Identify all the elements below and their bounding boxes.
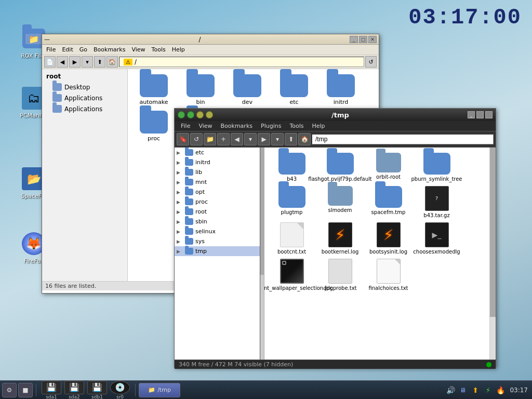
file-icon-automake[interactable]: automake xyxy=(133,74,175,105)
rox-back-btn[interactable]: ◀ xyxy=(57,56,68,68)
sfm-up-btn[interactable]: ⬆ xyxy=(285,133,297,145)
sfm-menu-view[interactable]: View xyxy=(194,122,216,130)
sfm-file-bootcnt[interactable]: bootcnt.txt xyxy=(270,222,314,255)
taskbar-drive-sr0[interactable]: 💿 sr0 xyxy=(110,381,130,400)
sfm-file-plugtmp[interactable]: plugtmp xyxy=(270,186,314,218)
sfm-file-pburn[interactable]: pburn_symlink_tree xyxy=(415,153,459,182)
sfm-maximize-btn[interactable] xyxy=(476,111,484,118)
network-icon[interactable]: 🖥 xyxy=(458,385,468,395)
rox-menu-view[interactable]: View xyxy=(128,45,148,54)
tree-item-tmp[interactable]: ▶ tmp xyxy=(175,246,260,256)
rox-refresh-btn[interactable]: ↺ xyxy=(365,56,377,68)
taskbar-drive-sda2[interactable]: 💾 sda2 xyxy=(64,381,84,400)
sfm-new-folder-btn[interactable]: 📁 xyxy=(204,133,216,145)
orbit-root-folder-icon xyxy=(376,153,401,172)
arrow-icon-proc: ▶ xyxy=(177,200,183,205)
rox-menu-help[interactable]: Help xyxy=(169,45,188,54)
tree-item-root[interactable]: ▶ root xyxy=(175,207,260,217)
rox-forward-btn[interactable]: ▶ xyxy=(69,56,81,68)
rox-close-btn[interactable]: ✕ xyxy=(368,36,377,43)
battery-icon[interactable]: ⚡ xyxy=(483,385,493,395)
sidebar-item-desktop[interactable]: Desktop xyxy=(42,82,127,92)
sfm-file-slmodem[interactable]: slmodem xyxy=(318,186,362,218)
sfm-file-choosesxmode[interactable]: ▶_ choosesxmodedlg xyxy=(415,222,459,255)
sfm-file-ddcprobe[interactable]: ddcprobe.txt xyxy=(318,259,362,291)
sidebar-item-applications-1[interactable]: Applications xyxy=(42,92,127,103)
rox-new-folder-btn[interactable]: 📄 xyxy=(44,56,56,68)
rox-menu-edit[interactable]: Edit xyxy=(59,45,76,54)
volume-icon[interactable]: 🔊 xyxy=(445,385,456,395)
sidebar-desktop-label: Desktop xyxy=(64,84,90,91)
arrow-icon-tmp: ▶ xyxy=(177,249,183,254)
tree-item-proc[interactable]: ▶ proc xyxy=(175,197,260,207)
sfm-forward-btn[interactable]: ▶ xyxy=(258,133,270,145)
file-icon-initrd[interactable]: initrd xyxy=(320,74,362,105)
sfm-file-b43-tar[interactable]: ? b43.tar.gz xyxy=(415,186,459,218)
taskbar-start-btn[interactable]: ⚙ xyxy=(2,383,17,397)
rox-menu-tools[interactable]: Tools xyxy=(149,45,169,54)
proc-tree-label: proc xyxy=(195,198,208,205)
tree-item-opt[interactable]: ▶ opt xyxy=(175,187,260,197)
sfm-file-bootkernel[interactable]: ⚡ bootkernel.log xyxy=(318,222,362,255)
rox-menu-bookmarks[interactable]: Bookmarks xyxy=(90,45,128,54)
rox-maximize-btn[interactable]: □ xyxy=(359,36,367,43)
tree-scrollbar[interactable] xyxy=(260,148,264,360)
rox-up-btn[interactable]: ⬆ xyxy=(94,56,105,68)
sfm-refresh-btn[interactable]: ↺ xyxy=(190,133,203,145)
sfm-menu-file[interactable]: File xyxy=(177,122,194,130)
file-icon-etc[interactable]: etc xyxy=(273,74,315,105)
sfm-file-finalchoices[interactable]: finalchoices.txt xyxy=(366,259,410,291)
sfm-file-spacefm-tmp[interactable]: spacefm.tmp xyxy=(366,186,410,218)
sfm-menu-plugins[interactable]: Plugins xyxy=(257,122,285,130)
rox-win-close[interactable]: — xyxy=(44,36,50,43)
sfm-home-btn[interactable]: 🏠 xyxy=(298,133,311,145)
update-icon[interactable]: ⬆ xyxy=(470,385,481,395)
rox-minimize-btn[interactable]: _ xyxy=(350,36,358,43)
rox-sidebar-root[interactable]: root xyxy=(42,71,127,82)
sfm-back-btn[interactable]: ◀ xyxy=(231,133,243,145)
sidebar-item-applications-2[interactable]: Applications xyxy=(42,103,127,114)
fire-icon[interactable]: 🔥 xyxy=(495,385,506,395)
file-icon-dev[interactable]: dev xyxy=(227,74,268,105)
sfm-file-flashgot[interactable]: flashgot.pvijf79p.default xyxy=(318,153,362,182)
taskbar-task-tmp[interactable]: 📁 /tmp xyxy=(139,383,180,397)
rox-home-btn[interactable]: 🏠 xyxy=(107,56,118,68)
taskbar-desktop-btn[interactable]: ■ xyxy=(18,383,33,397)
tree-item-lib[interactable]: ▶ lib xyxy=(175,167,260,177)
rox-path-text: / xyxy=(135,58,137,65)
b43-tar-label: b43.tar.gz xyxy=(423,212,449,218)
sfm-file-wallpaper[interactable]: current_wallpaper_selection.jpg xyxy=(270,259,314,291)
sfm-menu-help[interactable]: Help xyxy=(308,122,329,130)
rox-window-title: / xyxy=(50,36,350,43)
sr0-drive-icon: 💿 xyxy=(110,381,130,394)
sfm-history-btn[interactable]: ▾ xyxy=(244,133,257,145)
rox-history-btn[interactable]: ▾ xyxy=(82,56,93,68)
sfm-path-input[interactable] xyxy=(312,134,494,144)
sfm-file-bootsysinit[interactable]: ⚡ bootsysinit.log xyxy=(366,222,410,255)
spacefm-titlebar: /tmp _ xyxy=(175,109,496,121)
tree-item-sbin[interactable]: ▶ sbin xyxy=(175,217,260,227)
file-icon-bin[interactable]: bin xyxy=(180,74,221,105)
file-icon-proc[interactable]: proc xyxy=(133,111,175,142)
bin-folder-icon xyxy=(187,74,215,97)
sfm-menu-bookmarks[interactable]: Bookmarks xyxy=(217,122,257,130)
sfm-file-orbit-root[interactable]: orbit-root xyxy=(366,153,410,182)
tree-item-selinux[interactable]: ▶ selinux xyxy=(175,227,260,236)
sfm-bookmark-btn[interactable]: 🔖 xyxy=(177,133,189,145)
spacefm-status-bar: 340 M free / 472 M 74 visible (7 hidden) xyxy=(175,360,496,369)
taskbar-drive-sda1[interactable]: 💾 sda1 xyxy=(42,381,61,400)
taskbar-drive-sdb1[interactable]: 💾 sdb1 xyxy=(87,381,107,400)
sfm-add-btn[interactable]: + xyxy=(217,133,230,145)
tree-item-mnt[interactable]: ▶ mnt xyxy=(175,177,260,187)
rox-menu-file[interactable]: File xyxy=(43,45,59,54)
sfm-file-b43[interactable]: b43 xyxy=(270,153,314,182)
sfm-minimize-btn[interactable]: _ xyxy=(468,111,475,118)
sfm-menu-tools[interactable]: Tools xyxy=(285,122,308,130)
tree-item-etc[interactable]: ▶ etc xyxy=(175,148,260,157)
main-scrollbar[interactable] xyxy=(489,148,496,360)
tree-item-initrd[interactable]: ▶ initrd xyxy=(175,157,260,167)
sfm-forward2-btn[interactable]: ▾ xyxy=(271,133,284,145)
sfm-close-btn[interactable] xyxy=(485,111,493,118)
tree-item-sys[interactable]: ▶ sys xyxy=(175,236,260,246)
rox-menu-go[interactable]: Go xyxy=(76,45,90,54)
